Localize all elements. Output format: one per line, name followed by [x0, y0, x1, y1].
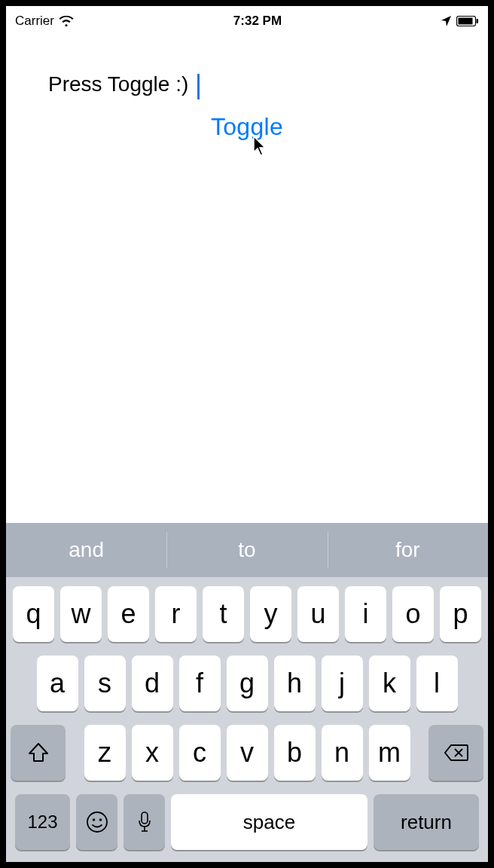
shift-key[interactable] [11, 725, 66, 781]
key-b[interactable]: b [274, 725, 316, 781]
svg-rect-2 [476, 19, 478, 23]
key-y[interactable]: y [250, 586, 291, 642]
text-field-container[interactable]: Press Toggle :) [48, 72, 188, 99]
key-p[interactable]: p [440, 586, 481, 642]
key-j[interactable]: j [322, 656, 363, 711]
status-bar: Carrier 7:32 PM [6, 6, 488, 36]
space-key[interactable]: space [171, 794, 367, 850]
device-frame: Carrier 7:32 PM Press Toggle :) Toggle [6, 6, 488, 862]
status-time: 7:32 PM [233, 14, 282, 29]
backspace-key[interactable] [428, 725, 483, 781]
key-e[interactable]: e [108, 586, 149, 642]
key-m[interactable]: m [369, 725, 410, 781]
key-u[interactable]: u [297, 586, 339, 642]
suggestion-2[interactable]: to [166, 523, 327, 577]
key-w[interactable]: w [60, 586, 102, 642]
key-d[interactable]: d [132, 656, 173, 711]
keyboard: and to for q w e r t y u i o p a s d f [6, 523, 488, 862]
key-v[interactable]: v [227, 725, 268, 781]
key-s[interactable]: s [84, 656, 126, 711]
key-row-1: q w e r t y u i o p [11, 586, 483, 642]
key-x[interactable]: x [132, 725, 173, 781]
toggle-button[interactable]: Toggle [211, 113, 283, 141]
battery-icon [456, 16, 479, 26]
key-n[interactable]: n [322, 725, 363, 781]
status-right [441, 16, 479, 26]
svg-rect-1 [458, 18, 472, 25]
emoji-key[interactable] [76, 794, 117, 850]
suggestion-3[interactable]: for [328, 523, 488, 577]
key-f[interactable]: f [179, 656, 221, 711]
key-l[interactable]: l [416, 656, 458, 711]
key-q[interactable]: q [13, 586, 54, 642]
numeric-key[interactable]: 123 [15, 794, 70, 850]
key-k[interactable]: k [369, 656, 410, 711]
suggestion-bar: and to for [6, 523, 488, 577]
key-g[interactable]: g [227, 656, 268, 711]
svg-rect-6 [142, 812, 148, 824]
key-row-bottom: 123 space return [11, 794, 483, 856]
key-row-3: z x c v b n m [11, 725, 483, 781]
svg-point-5 [99, 818, 102, 821]
location-icon [441, 16, 452, 26]
svg-point-3 [87, 812, 107, 832]
status-left: Carrier [15, 14, 74, 29]
key-o[interactable]: o [392, 586, 434, 642]
key-c[interactable]: c [179, 725, 221, 781]
key-rows: q w e r t y u i o p a s d f g h j k l [6, 577, 488, 862]
main-content: Press Toggle :) Toggle [6, 36, 488, 141]
suggestion-1[interactable]: and [6, 523, 166, 577]
wifi-icon [59, 16, 74, 26]
key-t[interactable]: t [203, 586, 244, 642]
key-row-2: a s d f g h j k l [11, 656, 483, 711]
return-key[interactable]: return [374, 794, 479, 850]
text-field[interactable]: Press Toggle :) [48, 72, 188, 96]
text-caret [197, 74, 200, 99]
key-a[interactable]: a [37, 656, 78, 711]
key-z[interactable]: z [84, 725, 126, 781]
key-r[interactable]: r [155, 586, 197, 642]
key-i[interactable]: i [345, 586, 386, 642]
dictation-key[interactable] [124, 794, 165, 850]
key-h[interactable]: h [274, 656, 316, 711]
carrier-label: Carrier [15, 14, 54, 29]
svg-point-4 [92, 818, 95, 821]
